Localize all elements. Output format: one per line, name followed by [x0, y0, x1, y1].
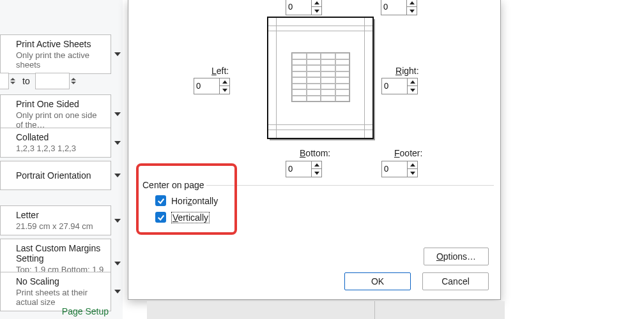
chevron-down-icon: [114, 141, 121, 145]
sidebar-item-label: Last Custom Margins Setting: [16, 243, 104, 263]
cancel-button[interactable]: Cancel: [422, 272, 489, 290]
left-margin-value[interactable]: [194, 78, 217, 93]
top-margin-value[interactable]: [286, 0, 309, 13]
chevron-down-icon: [114, 219, 121, 223]
stepper-up-icon[interactable]: [312, 161, 321, 169]
footer-margin-value[interactable]: [382, 161, 405, 175]
chevron-down-icon: [114, 262, 121, 265]
sidebar-item-sublabel: 21.59 cm x 27.94 cm: [16, 220, 104, 231]
sidebar-item-label: Portrait Orientation: [16, 170, 104, 181]
footer-margin-label: Footer:: [394, 148, 422, 158]
chevron-down-icon: [114, 112, 121, 116]
stepper: [219, 78, 229, 94]
header-margin-value[interactable]: [381, 0, 404, 13]
right-margin-value[interactable]: [382, 78, 405, 93]
sidebar-item-sublabel: Only print on one side of the…: [16, 109, 104, 130]
stepper-up-icon[interactable]: [407, 0, 417, 7]
stepper-down-icon[interactable]: [10, 82, 15, 84]
stepper-up-icon[interactable]: [220, 78, 229, 86]
sidebar-item-sublabel: Only print the active sheets: [16, 49, 104, 70]
stepper-down-icon[interactable]: [408, 169, 417, 177]
stepper-down-icon[interactable]: [408, 86, 417, 94]
bottom-margin-value[interactable]: [286, 161, 309, 175]
bottom-margin-input[interactable]: [286, 161, 322, 177]
sidebar-item-label: Collated: [16, 132, 104, 142]
stepper: [311, 161, 321, 177]
right-margin-input[interactable]: [381, 78, 418, 94]
sidebar-item-label: Print One Sided: [16, 99, 104, 109]
print-sidebar: Print Active Sheets Only print the activ…: [0, 0, 123, 319]
sidebar-item-label: Print Active Sheets: [16, 39, 104, 49]
preview-grid-icon: [291, 52, 350, 102]
stepper: [311, 0, 321, 15]
stepper: [407, 78, 417, 94]
right-margin-label: Right:: [395, 66, 419, 76]
bottom-margin-label: Bottom:: [300, 148, 330, 158]
chevron-down-icon: [114, 290, 121, 293]
sidebar-item-paper-size[interactable]: Letter 21.59 cm x 27.94 cm: [0, 205, 111, 235]
stepper: [406, 0, 417, 15]
stepper-up-icon[interactable]: [408, 78, 417, 86]
left-margin-input[interactable]: [194, 78, 230, 94]
separator: [206, 185, 494, 186]
stepper-down-icon[interactable]: [71, 82, 76, 84]
footer-margin-input[interactable]: [381, 161, 418, 177]
stepper-down-icon[interactable]: [312, 169, 321, 177]
sidebar-item-active-sheets[interactable]: Print Active Sheets Only print the activ…: [0, 34, 111, 74]
page-setup-dialog: Left: Right: Bottom: Footer:: [128, 0, 501, 300]
chevron-down-icon: [114, 174, 121, 177]
header-margin-input[interactable]: [381, 0, 417, 15]
stepper-down-icon[interactable]: [312, 7, 321, 15]
top-margin-input[interactable]: [286, 0, 322, 15]
sidebar-item-label: Letter: [16, 210, 104, 220]
sidebar-item-scaling[interactable]: No Scaling Print sheets at their actual …: [0, 272, 111, 311]
separator: [374, 301, 375, 319]
page-from-input[interactable]: [0, 73, 9, 89]
stepper-up-icon[interactable]: [312, 0, 321, 7]
stepper-up-icon[interactable]: [408, 161, 417, 169]
pages-to-label: to: [17, 76, 35, 86]
stepper-up-icon[interactable]: [10, 78, 15, 80]
stepper-down-icon[interactable]: [407, 7, 417, 15]
stepper-down-icon[interactable]: [220, 86, 229, 94]
stepper: [407, 161, 417, 177]
options-button[interactable]: Options…: [424, 248, 489, 265]
ok-button[interactable]: OK: [344, 272, 411, 290]
page-to-input[interactable]: [35, 73, 70, 89]
stepper-up-icon[interactable]: [71, 78, 76, 80]
sidebar-item-orientation[interactable]: Portrait Orientation: [0, 161, 111, 190]
left-margin-label: Left:: [211, 66, 229, 76]
chevron-down-icon: [114, 52, 121, 56]
sidebar-item-sublabel: Print sheets at their actual size: [16, 286, 104, 307]
annotation-highlight: [136, 163, 237, 235]
worksheet-background: [147, 301, 505, 319]
sidebar-item-collated[interactable]: Collated 1,2,3 1,2,3 1,2,3: [0, 128, 111, 158]
sidebar-item-label: No Scaling: [16, 276, 104, 286]
pages-range: to: [0, 71, 111, 91]
sidebar-item-sublabel: 1,2,3 1,2,3 1,2,3: [16, 142, 104, 153]
page-preview: [268, 17, 373, 138]
page-setup-link[interactable]: Page Setup: [62, 306, 109, 316]
